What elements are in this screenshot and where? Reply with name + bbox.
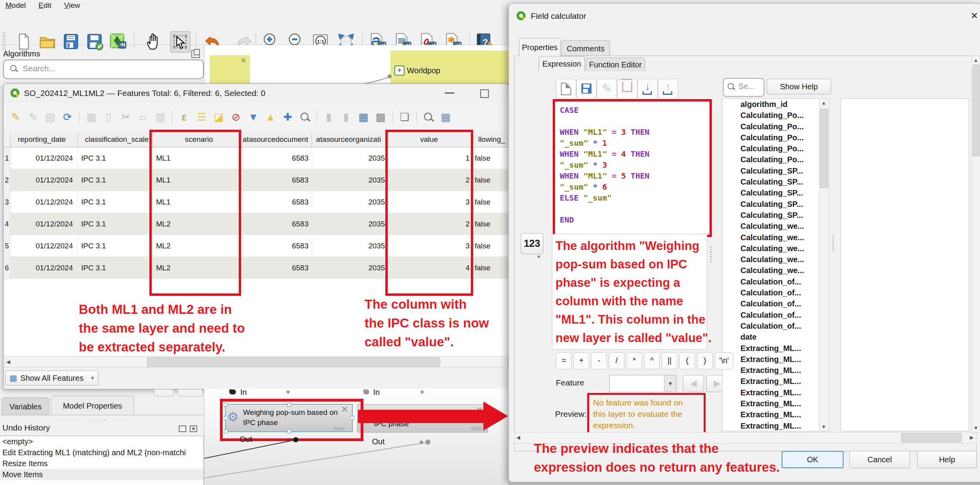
plus-mark[interactable]: + bbox=[419, 438, 424, 447]
selection-handle[interactable] bbox=[350, 416, 354, 420]
splitter-handle[interactable] bbox=[710, 246, 711, 262]
scroll-right-icon[interactable]: ▶ bbox=[970, 434, 974, 440]
table-cell[interactable]: 6583 bbox=[242, 235, 312, 257]
expression-save-button[interactable] bbox=[576, 79, 597, 99]
dialog-vscrollbar[interactable]: ▲ ▼ bbox=[971, 56, 980, 433]
function-list-item[interactable]: Extracting_ML... bbox=[722, 365, 829, 376]
table-cell[interactable]: ML1 bbox=[153, 169, 242, 191]
function-list-item[interactable]: date bbox=[722, 331, 829, 342]
scroll-left-icon[interactable]: ◀ bbox=[6, 359, 10, 365]
table-cell[interactable]: ML2 bbox=[153, 257, 242, 279]
function-list-item[interactable]: Calculating_SP... bbox=[722, 210, 829, 221]
tab-expression[interactable]: Expression bbox=[539, 56, 585, 71]
expression-new-button[interactable] bbox=[556, 79, 576, 99]
algorithms-float-icon[interactable] bbox=[191, 50, 200, 58]
reload-icon[interactable]: ⟳ bbox=[61, 110, 74, 124]
table-cell[interactable]: false bbox=[473, 213, 509, 235]
table-cell[interactable]: 3 bbox=[388, 191, 473, 213]
table-cell[interactable]: 4 bbox=[388, 257, 473, 279]
table-cell[interactable]: 01/12/2024 bbox=[11, 169, 78, 191]
save-model-as-icon[interactable] bbox=[85, 31, 104, 52]
previous-feature-button[interactable]: ◀ bbox=[683, 375, 704, 392]
pan-tool-icon[interactable] bbox=[144, 31, 164, 52]
scroll-down-icon[interactable]: ▼ bbox=[973, 425, 978, 431]
menu-view[interactable]: View bbox=[58, 0, 85, 11]
function-list-item[interactable]: Extracting_ML... bbox=[722, 343, 829, 354]
table-cell[interactable]: ML2 bbox=[153, 235, 242, 257]
function-list-item[interactable]: Calculation_of... bbox=[722, 309, 829, 320]
selection-handle[interactable] bbox=[224, 416, 228, 420]
move-selection-top-icon[interactable]: ▲ bbox=[264, 110, 277, 124]
copy-icon[interactable]: ▱ bbox=[136, 110, 150, 124]
table-cell[interactable]: 2035 bbox=[312, 191, 388, 213]
cutoff-button[interactable] bbox=[178, 389, 203, 396]
table-cell[interactable]: IPC 3.1 bbox=[78, 235, 153, 257]
table-cell[interactable]: 2 bbox=[388, 169, 473, 191]
search-settings-icon[interactable] bbox=[422, 110, 435, 124]
table-cell[interactable]: 2035 bbox=[312, 169, 388, 191]
function-list-item[interactable]: Calculation_of... bbox=[722, 320, 829, 331]
function-list-item[interactable]: Calculating_we... bbox=[722, 265, 829, 276]
select-tool-icon[interactable] bbox=[170, 31, 191, 52]
expression-export-button[interactable]: ↑ bbox=[658, 79, 678, 99]
undo-history-item[interactable]: Resize Items bbox=[0, 458, 203, 469]
operator-button[interactable]: '\n' bbox=[715, 352, 733, 369]
paste-icon[interactable]: ▥ bbox=[154, 110, 167, 124]
function-list-item[interactable]: Calculating_Po... bbox=[722, 132, 829, 143]
table-row[interactable]: 501/12/2024IPC 3.1ML2658320353false bbox=[4, 235, 509, 257]
table-cell[interactable]: 6583 bbox=[242, 257, 312, 279]
table-cell[interactable]: 01/12/2024 bbox=[11, 213, 78, 235]
chevron-down-icon[interactable]: ▼ bbox=[664, 375, 676, 392]
save-edits-icon[interactable]: ▤ bbox=[44, 110, 57, 124]
toolbar-grip[interactable] bbox=[2, 31, 5, 51]
scrollbar-thumb[interactable] bbox=[973, 65, 980, 156]
function-list-item[interactable]: Calculation_of... bbox=[722, 298, 829, 309]
table-cell[interactable]: 2035 bbox=[312, 235, 388, 257]
operator-button[interactable]: / bbox=[609, 352, 624, 369]
table-cell[interactable]: ML1 bbox=[153, 147, 242, 169]
table-cell[interactable]: 2035 bbox=[312, 213, 388, 235]
table-cell[interactable]: 6583 bbox=[242, 169, 312, 191]
worldpop-node[interactable]: + Worldpop bbox=[390, 51, 509, 84]
table-cell[interactable]: 2035 bbox=[312, 257, 388, 279]
column-header[interactable]: atasourceorganizati bbox=[312, 132, 388, 147]
plus-mark[interactable]: + bbox=[286, 389, 290, 397]
tab-function-editor[interactable]: Function Editor bbox=[586, 58, 645, 71]
minimize-icon[interactable] bbox=[445, 92, 454, 94]
undo-float-icon[interactable] bbox=[179, 425, 186, 432]
table-cell[interactable]: 6583 bbox=[242, 191, 312, 213]
table-view-icon[interactable]: ▦ bbox=[439, 110, 452, 124]
table-cell[interactable]: false bbox=[473, 235, 509, 257]
table-cell[interactable]: 01/12/2024 bbox=[11, 235, 78, 257]
remove-node-icon[interactable]: ✕ bbox=[341, 405, 348, 414]
operator-button[interactable]: || bbox=[662, 352, 677, 369]
sticky-close-icon[interactable]: ✕ bbox=[240, 56, 247, 65]
column-header[interactable]: reporting_date bbox=[11, 132, 78, 147]
table-row[interactable]: 301/12/2024IPC 3.1ML1658320353false bbox=[4, 191, 509, 213]
selection-handle[interactable] bbox=[224, 429, 228, 433]
undo-close-icon[interactable]: ✕ bbox=[190, 425, 197, 432]
table-row[interactable]: 601/12/2024IPC 3.1ML2658320354false bbox=[4, 257, 509, 279]
plus-mark[interactable]: + bbox=[420, 389, 425, 397]
row-number[interactable]: 3 bbox=[4, 191, 11, 213]
function-search-input[interactable]: Se... bbox=[723, 78, 764, 97]
splitter-handle[interactable] bbox=[833, 235, 834, 251]
table-cell[interactable]: ML2 bbox=[153, 213, 242, 235]
invert-selection-icon[interactable]: ◪ bbox=[212, 110, 225, 124]
function-list-item[interactable]: Extracting_ML... bbox=[722, 387, 829, 398]
remove-node-icon[interactable]: ✕ bbox=[476, 405, 483, 415]
maximize-icon[interactable] bbox=[480, 89, 489, 98]
add-feature-icon[interactable]: ▦ bbox=[85, 110, 98, 124]
function-list-item[interactable]: Calculating_we... bbox=[722, 221, 829, 232]
operator-button[interactable]: - bbox=[591, 352, 607, 369]
in-port-icon[interactable] bbox=[229, 389, 236, 395]
function-list-scrollbar[interactable]: ▲ ▼ bbox=[819, 98, 829, 431]
function-list-item[interactable]: Calculating_Po... bbox=[722, 154, 829, 165]
filter-icon[interactable]: ▼ bbox=[247, 110, 260, 124]
row-number[interactable]: 6 bbox=[4, 257, 11, 279]
table-cell[interactable]: false bbox=[473, 257, 509, 279]
column-header[interactable]: atasourcedocument bbox=[242, 132, 312, 147]
function-list-item[interactable]: Calculation_of... bbox=[722, 287, 829, 298]
table-cell[interactable]: false bbox=[473, 191, 509, 213]
row-number[interactable]: 4 bbox=[4, 213, 11, 235]
